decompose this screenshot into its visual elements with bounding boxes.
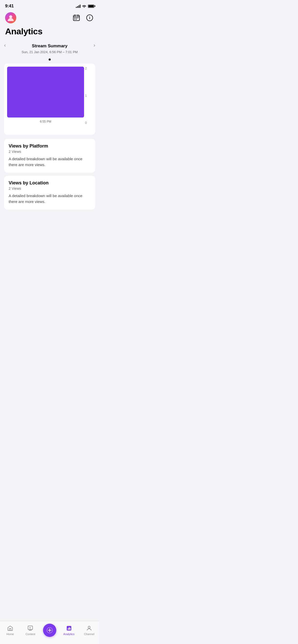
info-button[interactable]: i xyxy=(85,13,94,22)
signal-icon xyxy=(76,4,80,8)
chart-x-label: 6:55 PM xyxy=(40,120,51,123)
status-time: 9:41 xyxy=(5,4,14,9)
status-bar: 9:41 xyxy=(0,0,99,10)
svg-rect-6 xyxy=(76,18,77,18)
header: i xyxy=(0,10,99,25)
chart-y-axis: 2 1 0 xyxy=(84,67,93,132)
stream-summary-header: ‹ Stream Summary › xyxy=(0,40,99,50)
battery-icon xyxy=(88,5,94,8)
next-stream-button[interactable]: › xyxy=(91,41,97,49)
chart-bar xyxy=(7,67,84,118)
header-actions: i xyxy=(72,13,94,22)
svg-text:i: i xyxy=(89,16,90,20)
chart-section: 6:55 PM 2 1 0 xyxy=(0,64,99,135)
avatar[interactable] xyxy=(5,12,16,23)
wifi-icon xyxy=(82,5,86,8)
page-title: Analytics xyxy=(5,26,94,36)
views-by-platform-count: 2 Views xyxy=(9,150,91,154)
stream-summary-title: Stream Summary xyxy=(32,43,67,49)
chart-area-container: 6:55 PM xyxy=(7,67,84,132)
svg-point-0 xyxy=(9,15,12,18)
calendar-button[interactable] xyxy=(72,13,81,22)
views-by-platform-description: A detailed breakdown will be available o… xyxy=(9,156,91,168)
views-by-location-title: Views by Location xyxy=(9,180,91,186)
status-icons xyxy=(76,4,94,8)
views-by-platform-card: Views by Platform 2 Views A detailed bre… xyxy=(4,139,95,173)
chart-y-label-2: 2 xyxy=(85,67,87,70)
views-by-location-card: Views by Location 2 Views A detailed bre… xyxy=(4,176,95,210)
svg-rect-8 xyxy=(74,19,75,20)
svg-rect-5 xyxy=(74,18,75,18)
stream-date-range: Sun, 21 Jan 2024, 6:56 PM – 7:01 PM xyxy=(0,50,99,56)
views-by-location-count: 2 Views xyxy=(9,186,91,191)
views-by-location-description: A detailed breakdown will be available o… xyxy=(9,193,91,204)
chart-wrapper: 6:55 PM 2 1 0 xyxy=(4,64,95,135)
svg-rect-9 xyxy=(76,19,77,20)
cards-section: Views by Platform 2 Views A detailed bre… xyxy=(0,135,99,212)
page-title-section: Analytics xyxy=(0,25,99,40)
pagination-dots xyxy=(0,56,99,64)
pagination-dot xyxy=(49,58,51,61)
chart-y-label-1: 1 xyxy=(85,94,87,97)
chart-y-label-0: 0 xyxy=(85,121,87,125)
svg-rect-7 xyxy=(77,18,78,18)
prev-stream-button[interactable]: ‹ xyxy=(2,41,8,49)
views-by-platform-title: Views by Platform xyxy=(9,143,91,149)
